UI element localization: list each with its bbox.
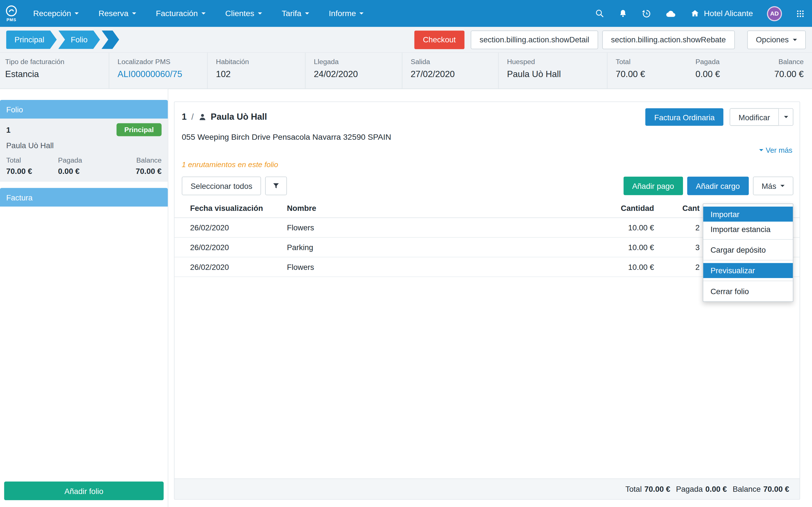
breadcrumb-arrow (102, 30, 119, 49)
field-huesped: Huesped Paula Uò Hall (498, 53, 607, 89)
body-area: Folio 1 Principal Paula Uò Hall Total 70… (0, 89, 812, 507)
nav-label: Reserva (99, 9, 128, 18)
sidebar-folio-header[interactable]: Folio (0, 100, 168, 119)
nav-item-facturacion[interactable]: Facturación (156, 9, 206, 18)
field-localizador-pms: Localizador PMS ALI00000060/75 (109, 53, 207, 89)
add-payment-button[interactable]: Añadir pago (623, 176, 683, 195)
cell-name: Flowers (287, 263, 576, 271)
menu-item-cerrar-folio[interactable]: Cerrar folio (703, 284, 793, 299)
guest-actions: Factura Ordinaria Modificar (645, 108, 793, 126)
folio-card[interactable]: 1 Principal Paula Uò Hall Total 70.00 € … (0, 119, 168, 182)
field-llegada: Llegada 24/02/2020 (305, 53, 402, 89)
filter-button[interactable] (266, 176, 287, 195)
main-menu: Recepción Reserva Facturación Clientes T… (33, 9, 364, 18)
menu-item-cargar-deposito[interactable]: Cargar depósito (703, 242, 793, 257)
field-total: Total 70.00 € (607, 53, 687, 89)
nav-item-informe[interactable]: Informe (329, 9, 364, 18)
breadcrumb-folio[interactable]: Folio (58, 30, 100, 49)
guest-address: 055 Weeping Birch Drive Pensacola Navarr… (174, 133, 800, 142)
cell-qty: 2 (654, 223, 700, 232)
field-value: 102 (216, 69, 297, 80)
footer-total-value: 70.00 € (644, 485, 670, 494)
add-folio-button[interactable]: Añadir folio (4, 482, 164, 500)
menu-item-importar-estancia[interactable]: Importar estancia (703, 222, 793, 236)
modificar-button[interactable]: Modificar (730, 108, 779, 126)
field-balance: Balance 70.00 € (761, 53, 812, 89)
home-icon (690, 9, 700, 18)
charges-toolbar: Seleccionar todos Añadir pago Añadir car… (182, 176, 793, 195)
avatar[interactable]: AD (767, 6, 782, 21)
field-value: 70.00 € (770, 69, 804, 80)
folio-card-top: 1 Principal (6, 123, 162, 136)
pms-logo[interactable]: PMS (5, 5, 17, 22)
hotel-selector[interactable]: Hotel Alicante (690, 9, 753, 18)
field-label: Habitación (216, 58, 297, 66)
options-button[interactable]: Opciones (747, 30, 806, 49)
folio-guest-name: Paula Uò Hall (6, 141, 162, 150)
sidebar-spacer (0, 207, 168, 482)
field-tipo-facturacion: Tipo de facturación Estancia (0, 53, 109, 89)
ver-mas-link[interactable]: Ver más (759, 146, 792, 154)
routing-note: 1 enrutamientos en este folio (174, 161, 800, 169)
add-charge-button[interactable]: Añadir cargo (687, 176, 749, 195)
options-label: Opciones (756, 35, 789, 44)
nav-item-clientes[interactable]: Clientes (225, 9, 262, 18)
pms-logo-icon (5, 5, 17, 17)
cloud-icon[interactable] (665, 9, 677, 18)
menu-divider (703, 239, 793, 240)
cell-name: Parking (287, 243, 576, 251)
col-header-cantidad: Cantidad (576, 204, 654, 212)
menu-item-previsualizar[interactable]: Previsualizar (703, 263, 793, 278)
cell-name: Flowers (287, 223, 576, 232)
breadcrumb-principal[interactable]: Principal (6, 30, 57, 49)
more-button[interactable]: Más (753, 176, 793, 195)
pms-app: PMS Recepción Reserva Facturación Client… (0, 0, 812, 507)
col-header-cant: Cant (654, 204, 700, 212)
field-label: Localizador PMS (117, 58, 199, 66)
nav-item-reserva[interactable]: Reserva (99, 9, 136, 18)
chevron-down-icon (793, 39, 797, 41)
principal-badge: Principal (117, 123, 162, 136)
menu-item-importar[interactable]: Importar (703, 207, 793, 222)
pagada-label: Pagada (58, 156, 110, 164)
total-label: Total (6, 156, 58, 164)
nav-item-recepcion[interactable]: Recepción (33, 9, 79, 18)
more-dropdown-menu: Importar Importar estancia Cargar depósi… (703, 204, 793, 302)
history-icon[interactable] (642, 8, 652, 18)
folio-balance: Balance 70.00 € (110, 156, 162, 176)
folio-detail-card: 1 / Paula Uò Hall Factura Ordinaria Modi… (174, 101, 800, 499)
sidebar-factura-header[interactable]: Factura (0, 188, 168, 207)
chevron-down-icon (780, 185, 785, 187)
field-value: 0.00 € (695, 69, 753, 80)
chevron-down-icon (258, 12, 262, 14)
localizador-link[interactable]: ALI00000060/75 (117, 69, 199, 80)
bell-icon[interactable] (618, 9, 628, 18)
nav-item-tarifa[interactable]: Tarifa (282, 9, 309, 18)
field-value: Estancia (5, 69, 100, 80)
apps-grid-icon[interactable] (796, 9, 805, 18)
cell-amount: 10.00 € (576, 223, 654, 232)
chevron-down-icon (132, 12, 136, 14)
breadcrumb: Principal Folio (6, 30, 119, 49)
show-rebate-button[interactable]: section.billing.action.showRebate (602, 30, 735, 49)
guest-row: 1 / Paula Uò Hall Factura Ordinaria Modi… (174, 102, 800, 126)
field-pagada: Pagada 0.00 € (687, 53, 761, 89)
field-label: Tipo de facturación (5, 58, 100, 66)
show-detail-button[interactable]: section.billing.action.showDetail (471, 30, 598, 49)
header-actions: Checkout section.billing.action.showDeta… (414, 30, 806, 49)
reservation-summary: Tipo de facturación Estancia Localizador… (0, 53, 812, 89)
cell-qty: 3 (654, 243, 700, 251)
chevron-down-icon (360, 12, 364, 14)
cell-amount: 10.00 € (576, 263, 654, 271)
checkout-button[interactable]: Checkout (414, 30, 465, 49)
totals-footer: Total 70.00 € Pagada 0.00 € Balance 70.0… (174, 478, 800, 499)
footer-pagada-value: 0.00 € (705, 485, 727, 494)
modificar-caret-button[interactable] (779, 108, 793, 126)
select-all-button[interactable]: Seleccionar todos (182, 176, 261, 195)
balance-value: 70.00 € (110, 167, 162, 176)
factura-ordinaria-button[interactable]: Factura Ordinaria (645, 108, 723, 126)
search-icon[interactable] (595, 9, 604, 18)
footer-total-label: Total (625, 485, 642, 494)
guest-separator: / (191, 112, 194, 122)
col-header-nombre: Nombre (287, 204, 576, 212)
